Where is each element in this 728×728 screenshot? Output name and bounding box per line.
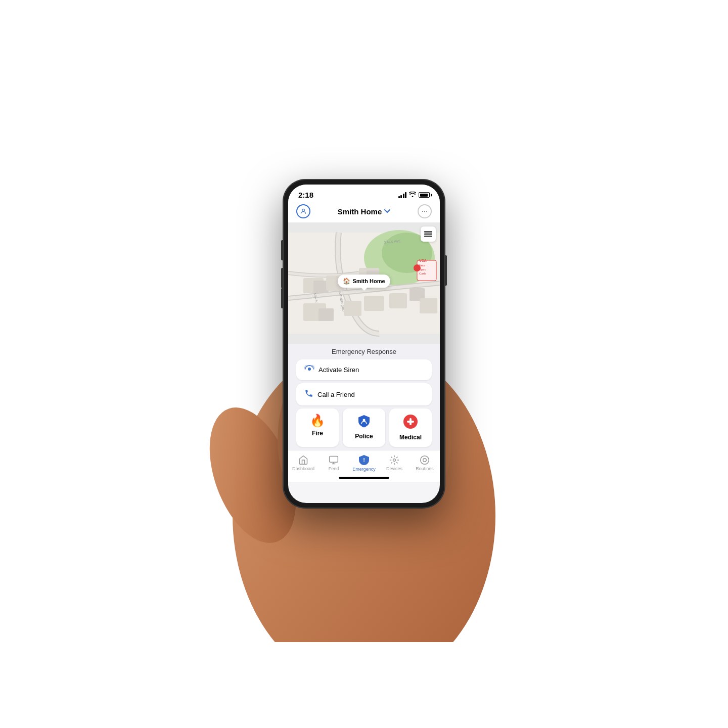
home-nav-icon [298, 455, 308, 465]
svg-point-6 [302, 209, 305, 211]
map-area[interactable]: SALK AVE RUTHERFORD RD. RUTHERFORD DARWI… [288, 222, 440, 344]
svg-point-8 [424, 211, 425, 212]
nav-devices-label: Devices [386, 466, 402, 471]
header-title[interactable]: Smith Home [338, 207, 391, 216]
svg-text:VCA: VCA [419, 259, 427, 262]
profile-button[interactable] [296, 204, 310, 218]
svg-rect-40 [424, 236, 432, 237]
nav-emergency[interactable]: ! Emergency [349, 454, 379, 472]
svg-text:Carls: Carls [419, 272, 426, 275]
wifi-icon [409, 192, 416, 198]
medical-icon [403, 415, 418, 431]
map-location-pin[interactable]: 🏠 Smith Home [338, 275, 390, 288]
bottom-nav: Dashboard Feed [288, 450, 440, 475]
police-icon [357, 415, 371, 430]
battery-icon [419, 192, 430, 198]
home-indicator [339, 477, 389, 479]
svg-rect-26 [318, 308, 334, 321]
nav-routines-label: Routines [416, 466, 434, 471]
feed-nav-icon [329, 455, 339, 465]
police-label: Police [355, 433, 373, 440]
svg-point-51 [421, 456, 429, 465]
svg-point-41 [308, 368, 311, 371]
location-bubble: 🏠 Smith Home [338, 275, 390, 288]
status-bar: 2:18 [288, 185, 440, 201]
phone-frame: 2:18 [283, 179, 445, 508]
svg-rect-27 [344, 301, 361, 316]
call-icon [304, 389, 313, 400]
svg-point-9 [426, 211, 427, 212]
status-icons [398, 192, 430, 198]
police-card[interactable]: Police [343, 408, 385, 447]
svg-text:!: ! [363, 457, 365, 463]
svg-rect-39 [424, 234, 432, 235]
fire-icon: 🔥 [310, 415, 325, 427]
emergency-cards: 🔥 Fire Police [296, 408, 432, 447]
phone-wrapper: 2:18 [283, 179, 445, 508]
map-layer-button[interactable] [421, 226, 436, 242]
phone-screen: 2:18 [288, 185, 440, 503]
svg-rect-28 [364, 296, 384, 311]
nav-feed-label: Feed [329, 466, 339, 471]
devices-nav-icon [389, 455, 399, 465]
fire-label: Fire [312, 430, 323, 437]
medical-label: Medical [399, 434, 422, 441]
fire-card[interactable]: 🔥 Fire [296, 408, 339, 447]
svg-point-52 [423, 459, 427, 462]
svg-rect-31 [420, 298, 437, 313]
more-icon [421, 208, 428, 215]
more-button[interactable] [418, 204, 432, 218]
status-time: 2:18 [298, 191, 313, 199]
svg-point-50 [393, 459, 396, 462]
svg-rect-46 [330, 457, 338, 463]
svg-text:Vete: Vete [419, 264, 426, 267]
svg-point-7 [422, 211, 423, 212]
nav-feed[interactable]: Feed [318, 455, 349, 471]
call-friend-button[interactable]: Call a Friend [296, 383, 432, 405]
activate-siren-button[interactable]: Activate Siren [296, 359, 432, 380]
nav-routines[interactable]: Routines [410, 455, 440, 471]
siren-icon [304, 365, 314, 375]
signal-icon [398, 192, 407, 198]
routines-nav-icon [420, 455, 430, 465]
emergency-section: Emergency Response Activ [288, 344, 440, 450]
location-label: Smith Home [352, 278, 385, 284]
app-header: Smith Home [288, 201, 440, 222]
home-name-label: Smith Home [338, 207, 382, 216]
home-bar [288, 475, 440, 482]
emergency-section-title: Emergency Response [296, 348, 432, 355]
nav-devices[interactable]: Devices [379, 455, 410, 471]
medical-card[interactable]: Medical [389, 408, 432, 447]
activate-siren-label: Activate Siren [318, 366, 359, 374]
svg-text:Spec: Spec [419, 268, 426, 271]
home-pin-icon: 🏠 [343, 278, 350, 285]
layers-icon [424, 231, 432, 237]
svg-rect-38 [424, 231, 432, 233]
chevron-down-icon [384, 209, 390, 213]
nav-emergency-label: Emergency [352, 467, 376, 472]
app-container: 2:18 [162, 86, 566, 642]
nav-dashboard-label: Dashboard [292, 466, 314, 471]
call-friend-label: Call a Friend [317, 391, 355, 398]
svg-rect-45 [407, 421, 414, 423]
emergency-nav-icon: ! [358, 454, 370, 466]
svg-rect-29 [389, 293, 407, 308]
nav-dashboard[interactable]: Dashboard [288, 455, 318, 471]
